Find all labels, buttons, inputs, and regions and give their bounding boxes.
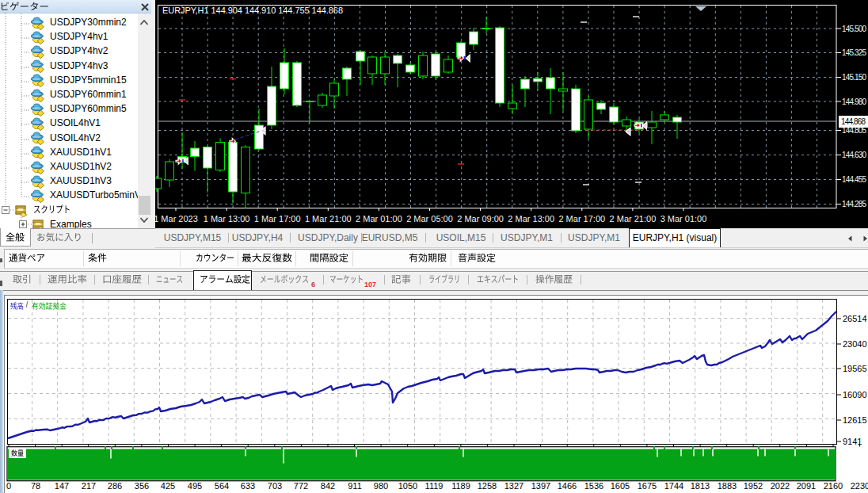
- svg-text:23040: 23040: [843, 339, 867, 349]
- svg-text:19565: 19565: [843, 364, 867, 373]
- svg-text:3 Mar 01:00: 3 Mar 01:00: [661, 214, 707, 224]
- svg-text:1 Mar 13:00: 1 Mar 13:00: [204, 214, 250, 224]
- svg-text:2 Mar 09:00: 2 Mar 09:00: [457, 214, 504, 224]
- svg-text:145.150: 145.150: [842, 73, 866, 82]
- svg-text:144.630: 144.630: [842, 151, 866, 159]
- svg-text:144.285: 144.285: [842, 200, 866, 208]
- svg-text:16090: 16090: [843, 390, 867, 399]
- svg-text:144.980: 144.980: [842, 97, 866, 106]
- svg-text:2 Mar 01:00: 2 Mar 01:00: [356, 214, 402, 224]
- svg-text:2 Mar 21:00: 2 Mar 21:00: [610, 214, 657, 224]
- svg-text:1 Mar 21:00: 1 Mar 21:00: [305, 214, 352, 224]
- svg-text:2 Mar 17:00: 2 Mar 17:00: [558, 214, 605, 224]
- svg-text:144.868: 144.868: [841, 117, 866, 126]
- svg-text:12615: 12615: [843, 415, 867, 425]
- svg-text:2 Mar 05:00: 2 Mar 05:00: [406, 214, 453, 224]
- svg-text:145.325: 145.325: [842, 48, 866, 57]
- svg-text:144.455: 144.455: [842, 175, 866, 184]
- svg-text:145.500: 145.500: [842, 25, 866, 33]
- svg-text:26514: 26514: [843, 314, 867, 323]
- svg-text:2 Mar 13:00: 2 Mar 13:00: [508, 214, 554, 224]
- svg-text:1 Mar 17:00: 1 Mar 17:00: [254, 214, 301, 224]
- svg-text:1 Mar 2023: 1 Mar 2023: [155, 214, 198, 224]
- svg-text:9141: 9141: [843, 437, 862, 446]
- svg-text:EURJPY,H1 144.904 144.910 144: EURJPY,H1 144.904 144.910 144.755 144.86…: [162, 6, 343, 15]
